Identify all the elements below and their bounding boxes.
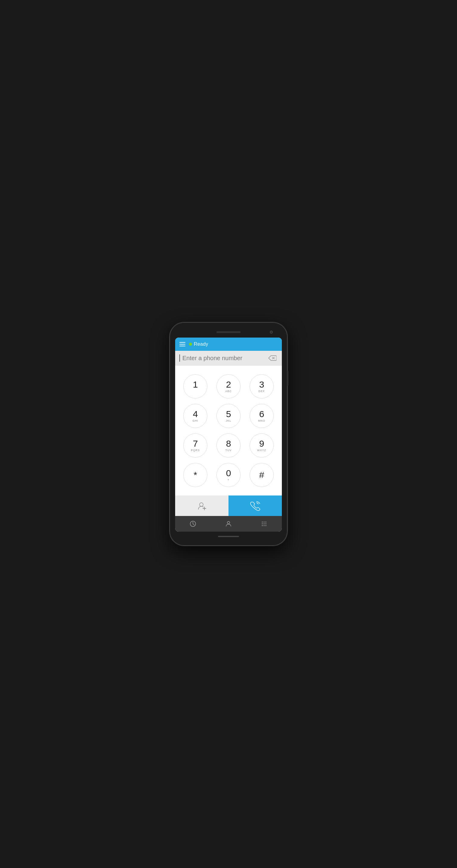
dialpad-area: 1 2 ABC 3 DEF 4 GHI 5 JKL [175,366,282,495]
phone-input-area [175,351,282,366]
dial-button-star[interactable]: * [183,463,207,487]
menu-button[interactable] [179,342,185,346]
dial-button-9[interactable]: 9 WXYZ [250,433,274,458]
dial-button-5[interactable]: 5 JKL [216,404,241,428]
svg-point-8 [264,522,265,523]
nav-item-contacts[interactable] [211,516,246,532]
svg-point-9 [266,522,267,523]
phone-bottom-bar [175,533,282,540]
dial-button-8[interactable]: 8 TUV [216,433,241,458]
status-text: Ready [194,341,208,347]
dial-button-2[interactable]: 2 ABC [216,374,241,398]
input-cursor [179,354,180,362]
bottom-nav [175,516,282,532]
svg-point-15 [266,525,267,526]
nav-item-apps[interactable] [246,516,282,532]
svg-point-2 [200,503,203,506]
dial-button-3[interactable]: 3 DEF [250,374,274,398]
svg-point-12 [266,524,267,524]
backspace-button[interactable] [267,354,278,362]
phone-screen: Ready 1 [175,338,282,532]
status-dot [189,343,192,346]
svg-point-14 [264,525,265,526]
side-button[interactable] [287,371,288,386]
svg-point-6 [227,521,230,524]
dial-button-7[interactable]: 7 PQRS [183,433,207,458]
dial-button-1[interactable]: 1 [183,374,207,398]
svg-point-11 [264,524,265,524]
svg-point-7 [262,522,263,523]
dialpad-grid: 1 2 ABC 3 DEF 4 GHI 5 JKL [181,374,276,487]
phone-number-input[interactable] [182,355,267,362]
action-row [175,495,282,516]
app-header: Ready [175,338,282,351]
dial-button-4[interactable]: 4 GHI [183,404,207,428]
dial-button-6[interactable]: 6 MNO [250,404,274,428]
phone-device: Ready 1 [170,322,287,546]
nav-item-history[interactable] [175,516,211,532]
call-button[interactable] [228,495,282,516]
status-indicator: Ready [189,341,208,347]
svg-point-10 [262,524,263,524]
svg-point-13 [262,525,263,526]
speaker-slot [216,331,241,333]
home-bar [218,536,239,537]
phone-top-bar [175,328,282,336]
dial-button-hash[interactable]: # [250,463,274,487]
camera [270,331,273,334]
add-contact-button[interactable] [175,495,228,516]
dial-button-0[interactable]: 0 + [216,463,241,487]
